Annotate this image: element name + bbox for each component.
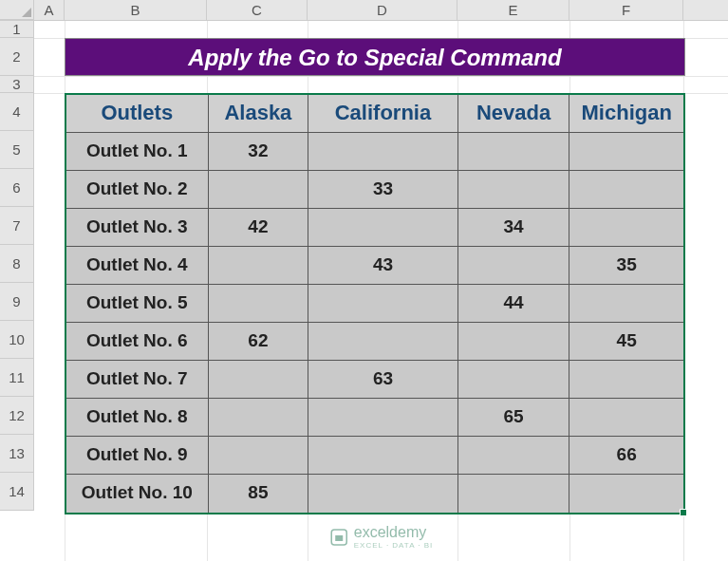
data-cell[interactable]: 66 — [569, 437, 683, 474]
table-row: Outlet No. 763 — [66, 361, 683, 399]
table-row: Outlet No. 233 — [66, 171, 683, 209]
row-header-10[interactable]: 10 — [0, 321, 34, 359]
data-cell[interactable]: 45 — [569, 323, 683, 360]
row-header-5[interactable]: 5 — [0, 131, 34, 169]
col-header-e[interactable]: E — [457, 0, 569, 20]
row-headers: 1 2 3 4 5 6 7 8 9 10 11 12 13 14 — [0, 21, 34, 511]
data-cell[interactable]: 33 — [308, 171, 458, 208]
data-cell[interactable] — [569, 285, 683, 322]
data-cell[interactable] — [308, 285, 458, 322]
row-header-9[interactable]: 9 — [0, 283, 34, 321]
data-cell[interactable] — [209, 437, 309, 474]
data-cell[interactable]: 63 — [308, 361, 458, 398]
table-row: Outlet No. 1085 — [66, 475, 683, 513]
data-cell[interactable] — [209, 247, 309, 284]
header-alaska[interactable]: Alaska — [209, 95, 309, 132]
data-cell[interactable]: 32 — [209, 133, 309, 170]
row-header-2[interactable]: 2 — [0, 38, 34, 76]
row-label[interactable]: Outlet No. 3 — [66, 209, 209, 246]
header-california[interactable]: California — [308, 95, 458, 132]
data-cell[interactable] — [458, 171, 570, 208]
header-nevada[interactable]: Nevada — [458, 95, 570, 132]
table-row: Outlet No. 966 — [66, 437, 683, 475]
table-row: Outlet No. 544 — [66, 285, 683, 323]
data-cell[interactable] — [458, 323, 570, 360]
data-cell[interactable]: 65 — [458, 399, 570, 436]
row-header-3[interactable]: 3 — [0, 76, 34, 93]
table-row: Outlet No. 132 — [66, 133, 683, 171]
data-cell[interactable] — [209, 361, 309, 398]
data-cell[interactable] — [209, 285, 309, 322]
table-header-row: Outlets Alaska California Nevada Michiga… — [66, 95, 683, 133]
watermark-tag: EXCEL · DATA · BI — [354, 541, 434, 550]
data-cell[interactable] — [308, 209, 458, 246]
header-outlets[interactable]: Outlets — [66, 95, 209, 132]
table-row: Outlet No. 865 — [66, 399, 683, 437]
data-cell[interactable] — [569, 475, 683, 513]
data-cell[interactable] — [308, 399, 458, 436]
row-header-7[interactable]: 7 — [0, 207, 34, 245]
data-cell[interactable] — [458, 437, 570, 474]
column-headers: A B C D E F — [0, 0, 728, 21]
svg-marker-0 — [22, 8, 31, 17]
grid-area[interactable]: Apply the Go to Special Command Outlets … — [34, 21, 728, 561]
data-cell[interactable] — [308, 133, 458, 170]
table-row: Outlet No. 34234 — [66, 209, 683, 247]
data-cell[interactable] — [569, 171, 683, 208]
row-label[interactable]: Outlet No. 10 — [66, 475, 209, 513]
logo-icon — [329, 528, 348, 547]
col-header-d[interactable]: D — [308, 0, 457, 20]
row-header-11[interactable]: 11 — [0, 359, 34, 397]
watermark-brand: exceldemy — [354, 524, 426, 540]
data-cell[interactable]: 43 — [308, 247, 458, 284]
header-michigan[interactable]: Michigan — [569, 95, 683, 132]
col-header-f[interactable]: F — [569, 0, 683, 20]
col-header-c[interactable]: C — [207, 0, 308, 20]
row-label[interactable]: Outlet No. 9 — [66, 437, 209, 474]
data-cell[interactable] — [458, 133, 570, 170]
svg-rect-2 — [335, 535, 343, 541]
table-row: Outlet No. 44335 — [66, 247, 683, 285]
data-cell[interactable] — [458, 475, 570, 513]
data-cell[interactable] — [308, 323, 458, 360]
spreadsheet: A B C D E F 1 2 3 4 5 6 7 8 9 10 11 12 1… — [0, 0, 728, 561]
row-label[interactable]: Outlet No. 2 — [66, 171, 209, 208]
data-cell[interactable] — [569, 133, 683, 170]
data-cell[interactable]: 35 — [569, 247, 683, 284]
data-cell[interactable]: 62 — [209, 323, 309, 360]
data-cell[interactable] — [308, 437, 458, 474]
data-cell[interactable]: 44 — [458, 285, 570, 322]
row-header-12[interactable]: 12 — [0, 397, 34, 435]
data-cell[interactable] — [458, 247, 570, 284]
row-header-4[interactable]: 4 — [0, 93, 34, 131]
data-cell[interactable] — [458, 361, 570, 398]
data-cell[interactable] — [209, 171, 309, 208]
row-label[interactable]: Outlet No. 4 — [66, 247, 209, 284]
title-banner: Apply the Go to Special Command — [65, 38, 685, 76]
row-label[interactable]: Outlet No. 5 — [66, 285, 209, 322]
data-cell[interactable] — [569, 399, 683, 436]
data-cell[interactable] — [569, 209, 683, 246]
row-label[interactable]: Outlet No. 7 — [66, 361, 209, 398]
select-all-corner[interactable] — [0, 0, 34, 20]
row-label[interactable]: Outlet No. 1 — [66, 133, 209, 170]
row-label[interactable]: Outlet No. 6 — [66, 323, 209, 360]
table-row: Outlet No. 66245 — [66, 323, 683, 361]
selection-handle[interactable] — [680, 509, 687, 516]
data-cell[interactable]: 34 — [458, 209, 570, 246]
data-cell[interactable]: 85 — [209, 475, 309, 513]
col-header-a[interactable]: A — [34, 0, 65, 20]
watermark: exceldemy EXCEL · DATA · BI — [329, 524, 434, 550]
data-cell[interactable]: 42 — [209, 209, 309, 246]
row-header-14[interactable]: 14 — [0, 473, 34, 511]
row-header-6[interactable]: 6 — [0, 169, 34, 207]
col-header-b[interactable]: B — [65, 0, 207, 20]
row-header-8[interactable]: 8 — [0, 245, 34, 283]
row-header-13[interactable]: 13 — [0, 435, 34, 473]
data-cell[interactable] — [308, 475, 458, 513]
data-cell[interactable] — [569, 361, 683, 398]
row-header-1[interactable]: 1 — [0, 21, 34, 38]
data-cell[interactable] — [209, 399, 309, 436]
data-table: Outlets Alaska California Nevada Michiga… — [65, 93, 685, 514]
row-label[interactable]: Outlet No. 8 — [66, 399, 209, 436]
